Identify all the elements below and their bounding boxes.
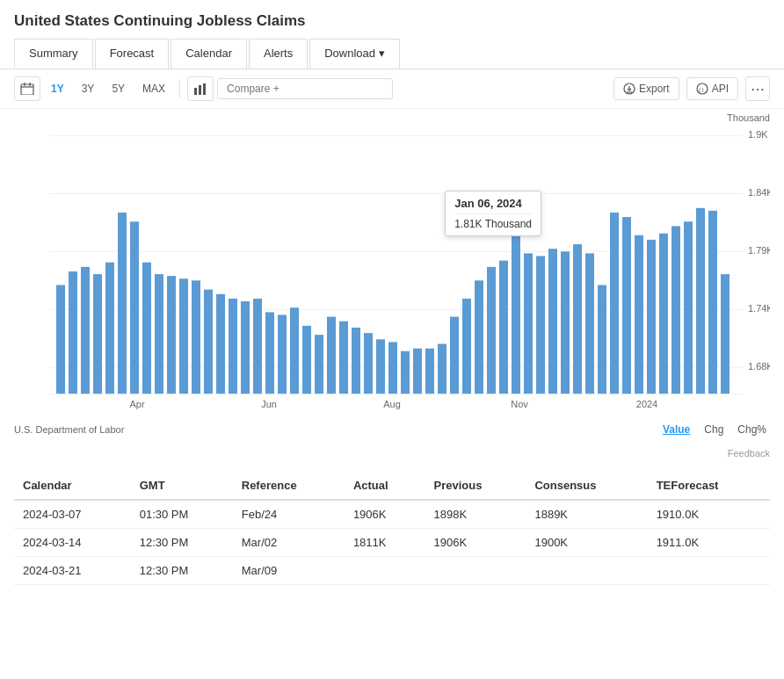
svg-text:1.9K: 1.9K [748, 129, 768, 140]
more-options-button[interactable]: ⋯ [745, 76, 770, 101]
tab-download[interactable]: Download ▾ [309, 39, 399, 69]
svg-rect-42 [290, 307, 299, 394]
svg-rect-49 [376, 339, 385, 394]
svg-rect-39 [253, 299, 262, 394]
cell-teforecast-3 [648, 557, 770, 585]
period-max-button[interactable]: MAX [135, 79, 172, 98]
svg-rect-52 [413, 349, 422, 394]
svg-rect-34 [192, 280, 200, 394]
period-1y-button[interactable]: 1Y [44, 79, 71, 98]
chart-area: Thousand 1.9K 1.84K 1.79K 1.74K 1.68K [0, 109, 784, 416]
table-body: 2024-03-07 01:30 PM Feb/24 1906K 1898K 1… [14, 500, 770, 585]
bar-chart-svg: 1.9K 1.84K 1.79K 1.74K 1.68K [14, 126, 770, 416]
svg-rect-24 [69, 271, 77, 394]
svg-rect-27 [105, 263, 114, 394]
value-tab-chg[interactable]: Chg [701, 422, 727, 437]
cell-calendar-1: 2024-03-07 [14, 500, 131, 529]
api-icon: { } [696, 83, 708, 95]
col-header-teforecast: TEForecast [648, 472, 770, 500]
cell-reference-2: Mar/02 [233, 529, 345, 557]
chart-type-button[interactable] [187, 76, 214, 101]
cell-reference-1: Feb/24 [233, 500, 345, 529]
toolbar-right: Export { } API ⋯ [613, 76, 770, 101]
svg-rect-65 [573, 244, 582, 394]
cell-gmt-1: 01:30 PM [131, 500, 233, 529]
tabs-nav: Summary Forecast Calendar Alerts Downloa… [14, 39, 770, 69]
svg-rect-56 [462, 299, 471, 394]
compare-input[interactable] [217, 78, 393, 99]
svg-text:1.74K: 1.74K [748, 303, 770, 314]
col-header-calendar: Calendar [14, 472, 131, 500]
svg-rect-61 [524, 253, 533, 394]
svg-rect-66 [585, 253, 594, 394]
export-icon [623, 83, 635, 95]
tab-alerts[interactable]: Alerts [249, 39, 308, 69]
chart-container[interactable]: 1.9K 1.84K 1.79K 1.74K 1.68K [14, 126, 770, 416]
feedback-row: Feedback [0, 443, 784, 463]
svg-rect-62 [536, 256, 545, 394]
svg-rect-29 [130, 221, 139, 394]
tab-forecast[interactable]: Forecast [95, 39, 170, 69]
svg-text:Jun: Jun [261, 399, 277, 409]
svg-rect-32 [167, 276, 176, 394]
svg-rect-74 [684, 221, 693, 394]
col-header-actual: Actual [345, 472, 425, 500]
table-row: 2024-03-14 12:30 PM Mar/02 1811K 1906K 1… [14, 529, 770, 557]
toolbar-divider [179, 80, 180, 98]
svg-rect-46 [339, 321, 348, 394]
col-header-gmt: GMT [131, 472, 233, 500]
chart-y-unit-label: Thousand [727, 112, 770, 123]
svg-rect-51 [401, 351, 410, 394]
svg-text:{ }: { } [699, 87, 704, 92]
svg-rect-36 [216, 294, 225, 394]
feedback-link[interactable]: Feedback [728, 448, 770, 459]
value-tab-value[interactable]: Value [659, 422, 693, 437]
svg-rect-67 [598, 285, 606, 394]
svg-text:Nov: Nov [511, 399, 528, 409]
cell-gmt-3: 12:30 PM [131, 557, 233, 585]
svg-rect-54 [438, 344, 446, 394]
svg-rect-45 [327, 317, 336, 394]
svg-rect-5 [199, 85, 201, 95]
svg-text:1.68K: 1.68K [748, 361, 770, 372]
calendar-picker-button[interactable] [14, 76, 40, 101]
svg-rect-58 [487, 267, 496, 394]
svg-rect-37 [229, 299, 237, 394]
svg-rect-76 [708, 211, 717, 394]
chart-toolbar: 1Y 3Y 5Y MAX Export { } [0, 69, 784, 109]
value-tab-chgpct[interactable]: Chg% [734, 422, 770, 437]
tab-calendar[interactable]: Calendar [171, 39, 247, 69]
cell-actual-3 [345, 557, 425, 585]
tab-summary[interactable]: Summary [14, 39, 93, 69]
svg-rect-47 [352, 328, 360, 394]
svg-rect-43 [302, 326, 311, 394]
cell-consensus-1: 1889K [526, 500, 647, 529]
svg-rect-69 [622, 217, 631, 394]
export-button[interactable]: Export [613, 77, 679, 100]
svg-rect-6 [203, 83, 206, 95]
period-5y-button[interactable]: 5Y [105, 79, 132, 98]
svg-rect-30 [142, 263, 151, 394]
cell-consensus-3 [526, 557, 647, 585]
svg-rect-25 [81, 267, 90, 394]
cell-teforecast-2: 1911.0K [648, 529, 770, 557]
cell-calendar-3: 2024-03-21 [14, 557, 131, 585]
svg-rect-35 [204, 290, 213, 394]
svg-rect-73 [671, 226, 680, 394]
page-header: United States Continuing Jobless Claims … [0, 0, 784, 69]
svg-rect-4 [194, 88, 197, 95]
cell-actual-1: 1906K [345, 500, 425, 529]
svg-rect-33 [179, 278, 188, 394]
table-header-row: Calendar GMT Reference Actual Previous C… [14, 472, 770, 500]
col-header-previous: Previous [425, 472, 526, 500]
col-header-consensus: Consensus [526, 472, 647, 500]
svg-rect-77 [721, 274, 730, 394]
data-source-label: U.S. Department of Labor [14, 424, 124, 435]
svg-text:Aug: Aug [383, 399, 401, 409]
table-header: Calendar GMT Reference Actual Previous C… [14, 472, 770, 500]
api-button[interactable]: { } API [686, 77, 738, 100]
calendar-icon [20, 83, 34, 95]
period-3y-button[interactable]: 3Y [75, 79, 102, 98]
svg-rect-60 [512, 217, 520, 394]
data-table: Calendar GMT Reference Actual Previous C… [14, 472, 770, 585]
